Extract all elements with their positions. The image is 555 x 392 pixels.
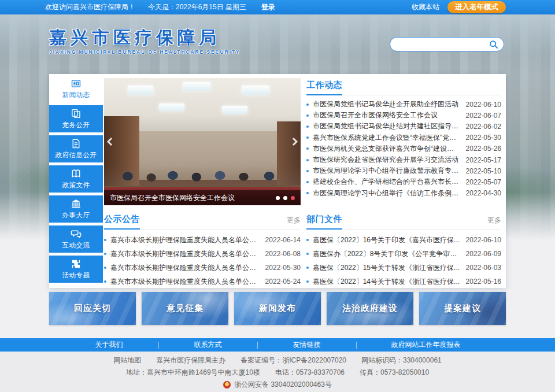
banner-rule-of-law[interactable]: 法治政府建设 bbox=[327, 292, 413, 325]
section-title[interactable]: 工作动态 bbox=[306, 80, 342, 95]
banner-label: 新闻发布 bbox=[259, 303, 296, 314]
news-title: 市医保局召开全市医保网络安全工作会议 bbox=[313, 110, 460, 120]
news-title: 搭建校企合作、产学研相结合的平台嘉兴市长期护理... bbox=[313, 177, 460, 187]
favorite-site-link[interactable]: 收藏本站 bbox=[412, 2, 439, 12]
sidebar-item-interaction[interactable]: 互动交流 bbox=[49, 225, 103, 253]
news-row[interactable]: 搭建校企合作、产学研相结合的平台嘉兴市长期护理...2022-05-07 bbox=[306, 176, 501, 187]
carousel-dot[interactable] bbox=[276, 196, 280, 200]
sidebar-item-label: 政策文件 bbox=[62, 181, 90, 190]
news-row[interactable]: 嘉医保〔2022〕15号关于转发《浙江省医疗保...2022-06-03 bbox=[306, 261, 501, 275]
carousel-prev-button[interactable] bbox=[106, 134, 116, 150]
footer-nav-about[interactable]: 关于我们 bbox=[60, 340, 158, 350]
news-date: 2022-06-14 bbox=[265, 236, 301, 244]
more-link[interactable]: 更多 bbox=[287, 216, 301, 229]
elder-mode-button[interactable]: 进入老年模式 bbox=[447, 1, 506, 13]
sidebar-item-service-hall[interactable]: 办事大厅 bbox=[49, 195, 103, 223]
bullet-icon bbox=[306, 125, 309, 128]
news-row[interactable]: 嘉兴市本级长期护理保险重度失能人员名单公示（2...2022-06-08 bbox=[104, 247, 301, 261]
news-row[interactable]: 市医保局理论学习中心组举行廉政警示教育专题学习...2022-05-10 bbox=[306, 165, 501, 176]
organizer-text: 嘉兴市医疗保障局主办 bbox=[156, 356, 225, 365]
footer-nav-annual-report[interactable]: 政府网站工作年度报表 bbox=[357, 340, 495, 350]
news-row[interactable]: 市医保研究会赴省医保研究会开展学习交流活动2022-05-17 bbox=[306, 154, 501, 165]
news-title: 嘉医保〔2022〕16号关于印发《嘉兴市医疗保... bbox=[313, 235, 460, 245]
news-row[interactable]: 嘉医保〔2022〕16号关于印发《嘉兴市医疗保...2022-06-10 bbox=[306, 233, 501, 247]
carousel-dot-active[interactable] bbox=[291, 196, 295, 200]
party-affairs-icon bbox=[71, 108, 82, 119]
news-row[interactable]: 嘉兴市本级长期护理保险重度失能人员名单公示（2...2022-05-24 bbox=[104, 275, 301, 289]
banner-label: 法治政府建设 bbox=[342, 303, 398, 314]
bullet-icon bbox=[306, 253, 309, 255]
site-code-text: 网站标识码：3304000061 bbox=[361, 356, 442, 365]
section-title[interactable]: 公示公告 bbox=[104, 214, 140, 230]
icp-record-text: 备案证编号：浙ICP备2022007020 bbox=[240, 356, 346, 365]
news-date: 2022-06-03 bbox=[466, 264, 501, 272]
photo-light bbox=[159, 103, 184, 111]
banner-proposals[interactable]: 提案建议 bbox=[419, 292, 506, 325]
sidebar-item-label: 党务公开 bbox=[62, 121, 90, 130]
news-row[interactable]: 嘉医保办〔2022〕8号关于印发《公平竞争审查...2022-06-09 bbox=[306, 247, 501, 261]
news-date: 2022-05-17 bbox=[466, 156, 501, 164]
more-link[interactable]: 更多 bbox=[487, 216, 501, 229]
sitemap-link[interactable]: 网站地图 bbox=[113, 356, 141, 365]
search-input[interactable] bbox=[398, 39, 489, 50]
page: 欢迎访问嘉兴市医疗保障局！ 今天是：2022年6月15日 星期三 登录 收藏本站… bbox=[0, 0, 555, 392]
banner-label: 提案建议 bbox=[444, 303, 481, 314]
news-title: 嘉兴市医保系统党建工作会议暨“幸福医保”党建联... bbox=[313, 133, 460, 143]
news-row[interactable]: 嘉兴市医保系统党建工作会议暨“幸福医保”党建联...2022-05-30 bbox=[306, 132, 501, 143]
banner-opinion-collection[interactable]: 意见征集 bbox=[142, 292, 228, 325]
sidebar-item-news[interactable]: 新闻动态 bbox=[49, 75, 103, 102]
news-date: 2022-05-16 bbox=[466, 278, 501, 286]
search-icon[interactable] bbox=[489, 40, 498, 49]
news-row[interactable]: 嘉兴市本级长期护理保险重度失能人员名单公示（2...2022-05-30 bbox=[104, 261, 301, 275]
news-row[interactable]: 市医保局机关党总支部获评嘉兴市争创“建设清廉机...2022-05-26 bbox=[306, 143, 501, 154]
bullet-icon bbox=[306, 159, 309, 161]
photo-light bbox=[242, 86, 269, 94]
news-row[interactable]: 嘉兴市本级长期护理保险重度失能人员名单公示（2...2022-06-14 bbox=[104, 233, 301, 247]
welcome-text: 欢迎访问嘉兴市医疗保障局！ bbox=[45, 2, 135, 12]
footer-nav-contact[interactable]: 联系方式 bbox=[159, 340, 257, 350]
main-content-card: 新闻动态 党务公开 政府信息公开 政策文件 办事大厅 互动交流 bbox=[49, 74, 506, 288]
news-row[interactable]: 嘉医保〔2022〕14号关于转发《浙江省医疗保...2022-05-16 bbox=[306, 275, 501, 289]
sidebar-item-label: 办事大厅 bbox=[62, 211, 90, 220]
sidebar-nav: 新闻动态 党务公开 政府信息公开 政策文件 办事大厅 互动交流 bbox=[49, 75, 103, 286]
carousel-photo-meeting-people bbox=[104, 165, 301, 190]
security-record-text[interactable]: 浙公网安备 33040202000463号 bbox=[234, 380, 332, 390]
policy-doc-icon bbox=[71, 168, 82, 179]
news-date: 2022-06-10 bbox=[466, 101, 501, 109]
news-title: 嘉兴市本级长期护理保险重度失能人员名单公示（2... bbox=[110, 249, 260, 259]
sidebar-item-label: 政府信息公开 bbox=[56, 151, 97, 160]
sidebar-item-party-affairs[interactable]: 党务公开 bbox=[49, 105, 103, 132]
footer-nav-links[interactable]: 友情链接 bbox=[258, 340, 356, 350]
news-title: 嘉医保〔2022〕14号关于转发《浙江省医疗保... bbox=[313, 277, 460, 287]
sidebar-item-gov-info[interactable]: 政府信息公开 bbox=[49, 135, 103, 162]
topbar: 欢迎访问嘉兴市医疗保障局！ 今天是：2022年6月15日 星期三 登录 收藏本站… bbox=[0, 0, 555, 14]
carousel-next-button[interactable] bbox=[289, 134, 298, 150]
sidebar-item-activities[interactable]: 活动专题 bbox=[49, 256, 103, 283]
news-row[interactable]: 市医保局理论学习中心组举行《信访工作条例》专题...2022-04-30 bbox=[306, 188, 501, 199]
news-date: 2022-06-08 bbox=[265, 250, 301, 258]
news-carousel[interactable]: 市医保局召开全市医保网络安全工作会议 bbox=[104, 78, 301, 205]
news-row[interactable]: 市医保局召开全市医保网络安全工作会议2022-06-07 bbox=[306, 110, 501, 121]
fax-text: 传真：0573-82050010 bbox=[360, 368, 429, 378]
site-logo: 嘉兴市医疗保障局 JIAXING MUNICIPAL BUREAU OF HEA… bbox=[49, 28, 240, 55]
news-date: 2022-06-10 bbox=[466, 236, 501, 244]
site-title: 嘉兴市医疗保障局 bbox=[49, 28, 240, 47]
sidebar-item-policy-docs[interactable]: 政策文件 bbox=[49, 165, 103, 193]
carousel-caption[interactable]: 市医保局召开全市医保网络安全工作会议 bbox=[110, 193, 271, 203]
site-subtitle: JIAXING MUNICIPAL BUREAU OF HEALTHCARE S… bbox=[49, 50, 240, 55]
news-title: 嘉医保〔2022〕15号关于转发《浙江省医疗保... bbox=[313, 263, 460, 273]
news-row[interactable]: 市医保局党组书记马俊华赴企开展助企纾困活动2022-06-10 bbox=[306, 99, 501, 110]
banner-respond-concerns[interactable]: 回应关切 bbox=[49, 292, 136, 325]
carousel-dot[interactable] bbox=[283, 196, 287, 200]
login-link[interactable]: 登录 bbox=[261, 2, 275, 12]
news-date: 2022-06-02 bbox=[466, 123, 501, 131]
section-announcements: 公示公告 更多 嘉兴市本级长期护理保险重度失能人员名单公示（2...2022-0… bbox=[104, 214, 301, 289]
bullet-icon bbox=[306, 280, 309, 283]
banner-news-release[interactable]: 新闻发布 bbox=[234, 292, 321, 325]
news-row[interactable]: 市医保局党组书记马俊华赴结对共建社区指导全国文...2022-06-02 bbox=[306, 121, 501, 132]
section-title[interactable]: 部门文件 bbox=[306, 214, 342, 230]
address-text: 地址：嘉兴市中环南路1469号中南大厦10楼 bbox=[126, 368, 260, 378]
news-date: 2022-05-30 bbox=[265, 264, 301, 272]
news-title: 嘉医保办〔2022〕8号关于印发《公平竞争审查... bbox=[313, 249, 460, 259]
bullet-icon bbox=[306, 147, 309, 150]
